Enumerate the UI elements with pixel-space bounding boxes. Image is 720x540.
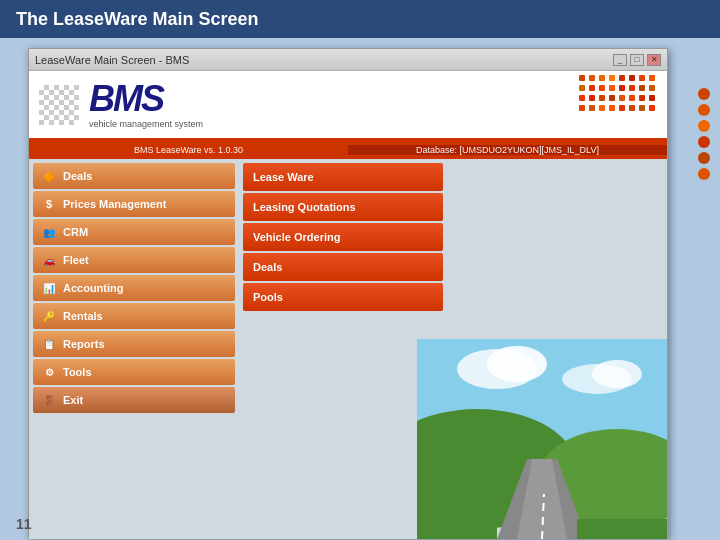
submenu-vehicle-ordering[interactable]: Vehicle Ordering: [243, 223, 443, 251]
presentation-title-bar: The LeaseWare Main Screen: [0, 0, 720, 38]
bms-logo-text-area: BMS vehicle management system: [89, 81, 203, 129]
right-panel: Lease Ware Leasing Quotations Vehicle Or…: [239, 159, 667, 539]
submenu-leasing-quotations[interactable]: Leasing Quotations: [243, 193, 443, 221]
menu-tools-label: Tools: [63, 366, 92, 378]
svg-rect-11: [577, 519, 667, 539]
menu-prices-label: Prices Management: [63, 198, 166, 210]
submenu-leaseware[interactable]: Lease Ware: [243, 163, 443, 191]
status-version: BMS LeaseWare vs. 1.0.30: [29, 145, 348, 155]
menu-item-exit[interactable]: 🚪 Exit: [33, 387, 235, 413]
menu-reports-label: Reports: [63, 338, 105, 350]
prices-icon: $: [41, 196, 57, 212]
menu-item-prices[interactable]: $ Prices Management: [33, 191, 235, 217]
menu-deals-label: Deals: [63, 170, 92, 182]
status-bar: BMS LeaseWare vs. 1.0.30 Database: [UMSD…: [29, 141, 667, 159]
bms-logo-text: BMS: [89, 81, 203, 117]
right-side-dots: [698, 88, 710, 180]
menu-item-fleet[interactable]: 🚗 Fleet: [33, 247, 235, 273]
accounting-icon: 📊: [41, 280, 57, 296]
menu-crm-label: CRM: [63, 226, 88, 238]
window-titlebar: LeaseWare Main Screen - BMS _ □ ✕: [29, 49, 667, 71]
main-content: LeaseWare Main Screen - BMS _ □ ✕ BMS ve…: [0, 38, 720, 540]
submenu-vehicle-ordering-label: Vehicle Ordering: [253, 231, 340, 243]
bms-subtitle: vehicle management system: [89, 119, 203, 129]
svg-point-4: [592, 360, 642, 388]
menu-item-crm[interactable]: 👥 CRM: [33, 219, 235, 245]
crm-icon: 👥: [41, 224, 57, 240]
submenu-pools-label: Pools: [253, 291, 283, 303]
checkered-logo: [39, 85, 79, 125]
presentation-title: The LeaseWare Main Screen: [16, 9, 258, 30]
app-body: 🔶 Deals $ Prices Management 👥 CRM 🚗 Flee…: [29, 159, 667, 539]
svg-point-2: [487, 346, 547, 382]
menu-rentals-label: Rentals: [63, 310, 103, 322]
submenu-leaseware-label: Lease Ware: [253, 171, 314, 183]
menu-fleet-label: Fleet: [63, 254, 89, 266]
submenu-pools[interactable]: Pools: [243, 283, 443, 311]
exit-icon: 🚪: [41, 392, 57, 408]
menu-item-accounting[interactable]: 📊 Accounting: [33, 275, 235, 301]
left-menu: 🔶 Deals $ Prices Management 👥 CRM 🚗 Flee…: [29, 159, 239, 539]
fleet-icon: 🚗: [41, 252, 57, 268]
window-title: LeaseWare Main Screen - BMS: [35, 54, 613, 66]
road-background: [417, 339, 667, 539]
menu-accounting-label: Accounting: [63, 282, 124, 294]
menu-item-tools[interactable]: ⚙ Tools: [33, 359, 235, 385]
menu-item-rentals[interactable]: 🔑 Rentals: [33, 303, 235, 329]
bms-logo: BMS vehicle management system: [39, 81, 203, 129]
close-button[interactable]: ✕: [647, 54, 661, 66]
submenu-deals-label: Deals: [253, 261, 282, 273]
minimize-button[interactable]: _: [613, 54, 627, 66]
submenu-leasing-quotations-label: Leasing Quotations: [253, 201, 356, 213]
slide-number: 11: [16, 516, 32, 532]
menu-item-reports[interactable]: 📋 Reports: [33, 331, 235, 357]
menu-exit-label: Exit: [63, 394, 83, 406]
header-dots-decoration: [579, 75, 657, 113]
window-controls: _ □ ✕: [613, 54, 661, 66]
tools-icon: ⚙: [41, 364, 57, 380]
bms-header: BMS vehicle management system: [29, 71, 667, 141]
app-window: LeaseWare Main Screen - BMS _ □ ✕ BMS ve…: [28, 48, 668, 538]
maximize-button[interactable]: □: [630, 54, 644, 66]
svg-rect-10: [417, 509, 497, 539]
submenu-deals[interactable]: Deals: [243, 253, 443, 281]
reports-icon: 📋: [41, 336, 57, 352]
rentals-icon: 🔑: [41, 308, 57, 324]
status-database: Database: [UMSDUO2YUKON][JMS_IL_DLV]: [348, 145, 667, 155]
deals-icon: 🔶: [41, 168, 57, 184]
menu-item-deals[interactable]: 🔶 Deals: [33, 163, 235, 189]
